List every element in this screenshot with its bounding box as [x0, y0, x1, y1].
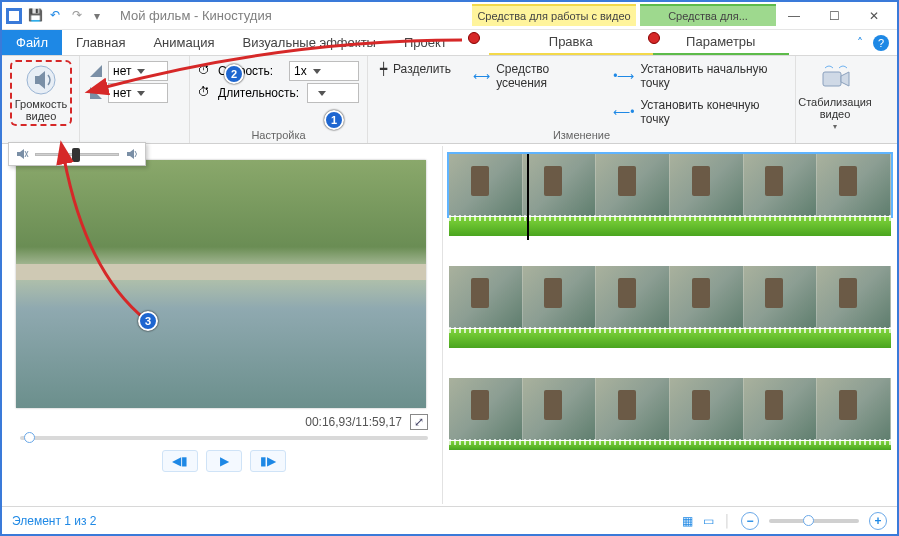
volume-slider-thumb[interactable]	[72, 148, 80, 162]
video-volume-label: Громкость видео	[15, 98, 67, 122]
audio-track[interactable]	[449, 440, 891, 450]
set-start-point-button[interactable]: •⟶ Установить начальную точку	[609, 60, 787, 92]
view-mode-a-icon[interactable]: ▦	[682, 514, 693, 528]
split-button[interactable]: ┿ Разделить	[376, 60, 455, 78]
ribbon: Громкость видео нет нет ⏱ Скорость: 1x	[2, 56, 897, 144]
speed-combo[interactable]: 1x	[289, 61, 359, 81]
ribbon-group-audio: Громкость видео	[2, 56, 80, 143]
fade-out-value: нет	[113, 86, 131, 100]
zoom-slider[interactable]	[769, 519, 859, 523]
tab-animation[interactable]: Анимация	[139, 30, 228, 55]
set-end-point-button[interactable]: ⟵• Установить конечную точку	[609, 96, 787, 128]
timeline-clip[interactable]	[449, 154, 891, 240]
redo-icon[interactable]: ↷	[72, 8, 88, 24]
tab-file[interactable]: Файл	[2, 30, 62, 55]
playhead[interactable]	[527, 154, 529, 240]
minimize-button[interactable]: —	[775, 3, 813, 29]
volume-slider[interactable]	[35, 153, 119, 156]
trim-icon: ⟷	[473, 69, 490, 83]
ribbon-group-editing: ┿ Разделить ⟷ Средство усечения •⟶ Устан…	[368, 56, 796, 143]
fade-in-value: нет	[113, 64, 131, 78]
quick-access-toolbar: 💾 ↶ ↷ ▾	[6, 8, 100, 24]
duration-label: Длительность:	[218, 86, 299, 100]
zoom-out-button[interactable]: −	[741, 512, 759, 530]
tab-visual-effects[interactable]: Визуальные эффекты	[228, 30, 389, 55]
seek-thumb[interactable]	[24, 432, 35, 443]
speaker-loud-icon	[125, 147, 139, 161]
tab-project[interactable]: Проект	[390, 30, 461, 55]
svg-rect-1	[9, 11, 19, 21]
window-title: Мой фильм - Киностудия	[120, 8, 272, 23]
duration-clock-icon: ⏱	[198, 85, 214, 101]
seek-bar[interactable]	[16, 436, 432, 440]
speaker-mute-icon	[15, 147, 29, 161]
maximize-button[interactable]: ☐	[815, 3, 853, 29]
ribbon-group-stabilize: Стабилизация видео ▾	[796, 56, 886, 143]
zoom-slider-thumb[interactable]	[803, 515, 814, 526]
view-mode-b-icon[interactable]: ▭	[703, 514, 714, 528]
annotation-badge-2: 2	[224, 64, 244, 84]
clock-icon: ⏱	[198, 63, 214, 79]
speed-value: 1x	[294, 64, 307, 78]
annotation-red-dot	[468, 32, 480, 44]
ribbon-minimize-chevron-icon[interactable]: ˄	[857, 36, 863, 50]
trim-tool-button[interactable]: ⟷ Средство усечения	[469, 60, 595, 92]
tab-edit[interactable]: Правка	[489, 30, 653, 55]
undo-icon[interactable]: ↶	[50, 8, 66, 24]
save-icon[interactable]: 💾	[28, 8, 44, 24]
split-label: Разделить	[393, 62, 451, 76]
content-area: 00:16,93/11:59,17 ⤢ ◀▮ ▶ ▮▶	[2, 146, 897, 504]
app-icon	[6, 8, 22, 24]
ribbon-tabs: Файл Главная Анимация Визуальные эффекты…	[2, 30, 897, 56]
audio-track[interactable]	[449, 328, 891, 348]
start-point-icon: •⟶	[613, 69, 634, 83]
set-start-label: Установить начальную точку	[640, 62, 783, 90]
play-button[interactable]: ▶	[206, 450, 242, 472]
contextual-tab-text-tools: Средства для...	[640, 4, 776, 26]
fade-out-combo[interactable]: нет	[108, 83, 168, 103]
duration-combo[interactable]	[307, 83, 359, 103]
fade-in-combo[interactable]: нет	[108, 61, 168, 81]
trim-label: Средство усечения	[496, 62, 591, 90]
timeline-clip[interactable]	[449, 266, 891, 352]
annotation-red-dot	[648, 32, 660, 44]
tab-params[interactable]: Параметры	[653, 30, 789, 55]
status-text: Элемент 1 из 2	[12, 514, 97, 528]
zoom-in-button[interactable]: +	[869, 512, 887, 530]
tab-home[interactable]: Главная	[62, 30, 139, 55]
contextual-tab-video-tools: Средства для работы с видео	[472, 4, 636, 26]
stabilize-label: Стабилизация видео	[798, 96, 872, 120]
video-volume-button[interactable]: Громкость видео	[10, 60, 72, 126]
audio-track[interactable]	[449, 216, 891, 236]
volume-slider-popup	[8, 142, 146, 166]
timeline-clip[interactable]	[449, 378, 891, 464]
preview-video-frame[interactable]	[16, 160, 426, 408]
ribbon-group-label-editing: Изменение	[376, 127, 787, 141]
preview-pane: 00:16,93/11:59,17 ⤢ ◀▮ ▶ ▮▶	[2, 146, 442, 504]
help-icon[interactable]: ?	[873, 35, 889, 51]
close-button[interactable]: ✕	[855, 3, 893, 29]
chevron-down-icon: ▾	[833, 122, 837, 131]
speaker-icon	[25, 64, 57, 96]
status-bar: Элемент 1 из 2 ▦ ▭ │ − +	[2, 506, 897, 534]
annotation-badge-3: 3	[138, 311, 158, 331]
qat-chevron-icon[interactable]: ▾	[94, 9, 100, 23]
time-display: 00:16,93/11:59,17	[305, 415, 402, 429]
annotation-badge-1: 1	[324, 110, 344, 130]
camcorder-icon	[819, 62, 851, 94]
stabilize-video-button[interactable]: Стабилизация видео ▾	[804, 60, 866, 133]
next-frame-button[interactable]: ▮▶	[250, 450, 286, 472]
end-point-icon: ⟵•	[613, 105, 634, 119]
timeline-pane[interactable]	[442, 146, 897, 504]
prev-frame-button[interactable]: ◀▮	[162, 450, 198, 472]
ribbon-group-fade: нет нет	[80, 56, 190, 143]
svg-rect-3	[823, 72, 841, 86]
fullscreen-icon[interactable]: ⤢	[410, 414, 428, 430]
fade-out-icon	[88, 85, 104, 101]
window-controls: — ☐ ✕	[775, 3, 893, 29]
split-icon: ┿	[380, 62, 387, 76]
ribbon-group-speed: ⏱ Скорость: 1x ⏱ Длительность: Настройка	[190, 56, 368, 143]
fade-in-icon	[88, 63, 104, 79]
set-end-label: Установить конечную точку	[640, 98, 783, 126]
